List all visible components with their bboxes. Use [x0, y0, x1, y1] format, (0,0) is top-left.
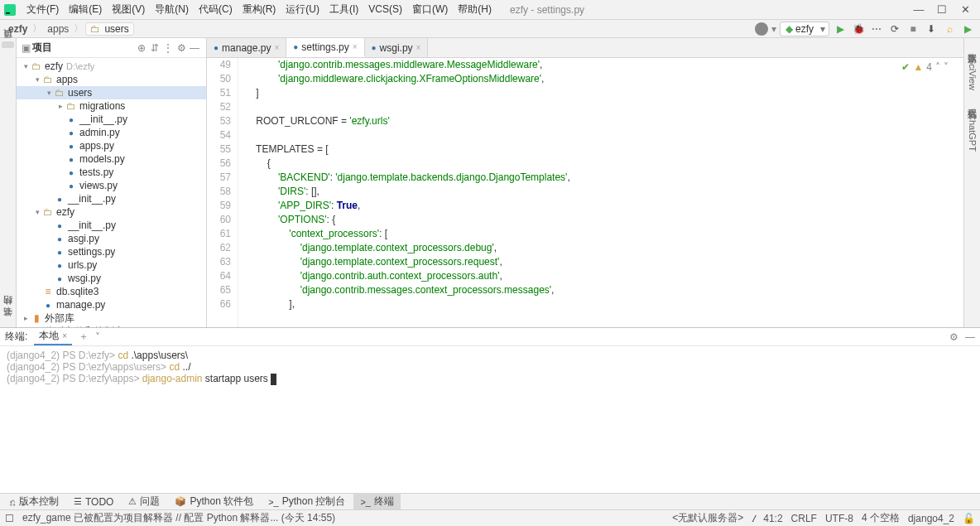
tree-row[interactable]: ▾ 🗀ezfy D:\ezfy: [17, 60, 206, 73]
status-interpreter[interactable]: django4_2: [908, 513, 954, 524]
lock-icon[interactable]: 🔓: [963, 513, 975, 524]
tree-row[interactable]: ●__init__.py: [17, 219, 206, 232]
run-config-select[interactable]: ◆ ezfy: [780, 22, 829, 36]
menu-item[interactable]: 帮助(H): [453, 3, 497, 15]
tree-row[interactable]: ▸ ▮外部库: [17, 311, 206, 325]
notifications-tool-tab[interactable]: 通知: [966, 321, 978, 327]
bottom-tab[interactable]: 📦Python 软件包: [168, 493, 260, 510]
menu-item[interactable]: 运行(U): [281, 3, 324, 15]
terminal-hide-icon[interactable]: —: [965, 331, 975, 343]
git-update-button[interactable]: ⬇: [924, 23, 939, 35]
breadcrumb-part-0[interactable]: apps: [44, 23, 72, 35]
remote-host-tool-tab[interactable]: 远程主机: [966, 99, 978, 105]
tree-row[interactable]: ●apps.py: [17, 139, 206, 152]
tree-arrow-icon[interactable]: ▾: [33, 75, 41, 84]
tree-row[interactable]: ▾ 🗀ezfy: [17, 205, 206, 219]
guest-icon[interactable]: [755, 22, 768, 36]
terminal-dropdown-icon[interactable]: ˅: [95, 331, 100, 343]
collapse-all-icon[interactable]: ⋮: [161, 42, 175, 54]
tree-row[interactable]: ●settings.py: [17, 245, 206, 258]
menu-item[interactable]: 编辑(E): [64, 3, 107, 15]
tree-row[interactable]: ▾ 🗀users: [17, 86, 206, 99]
sciview-tool-tab[interactable]: SciView: [968, 55, 978, 94]
code-content[interactable]: 'django.contrib.messages.middleware.Mess…: [238, 58, 963, 327]
tree-row[interactable]: ●admin.py: [17, 126, 206, 139]
maximize-button[interactable]: ☐: [930, 3, 954, 16]
structure-tool-tab[interactable]: 结构: [2, 309, 14, 316]
settings-icon[interactable]: ⚙: [175, 42, 188, 54]
tree-row[interactable]: ≡db.sqlite3: [17, 285, 206, 298]
tree-row[interactable]: ●urls.py: [17, 258, 206, 272]
status-caret-pos[interactable]: 41:2: [763, 513, 782, 524]
project-tree[interactable]: ▾ 🗀ezfy D:\ezfy ▾ 🗀apps ▾ 🗀users ▸ 🗀migr…: [17, 58, 206, 327]
editor-tab[interactable]: ● wsgi.py ×: [365, 38, 429, 57]
tree-arrow-icon[interactable]: ▾: [33, 208, 41, 216]
status-line-sep[interactable]: CRLF: [791, 513, 817, 524]
close-button[interactable]: ✕: [954, 3, 977, 16]
expand-all-icon[interactable]: ⇵: [148, 42, 161, 54]
database-tool-tab[interactable]: 数据库: [966, 43, 978, 50]
tree-row[interactable]: ●__init__.py: [17, 192, 206, 205]
more-run-button[interactable]: ⋯: [869, 23, 884, 35]
bottom-tab[interactable]: ⚠问题: [122, 493, 166, 510]
inspection-badge[interactable]: ✔ ▲ 4 ˄ ˅: [901, 61, 949, 73]
bottom-tab[interactable]: ⎌版本控制: [3, 493, 65, 510]
tree-row[interactable]: ▾ 🗀apps: [17, 73, 206, 86]
stop-button[interactable]: ■: [906, 23, 920, 35]
status-encoding[interactable]: UTF-8: [825, 513, 853, 524]
menu-item[interactable]: VCS(S): [363, 3, 407, 15]
project-tool-tab[interactable]: 项目: [2, 41, 14, 48]
menu-item[interactable]: 代码(C): [194, 3, 238, 15]
tree-row[interactable]: ●asgi.py: [17, 232, 206, 245]
code-with-me-button[interactable]: ▶: [960, 23, 975, 35]
close-icon[interactable]: ×: [62, 331, 67, 340]
tree-row[interactable]: ●wsgi.py: [17, 272, 206, 285]
menu-item[interactable]: 重构(R): [238, 3, 281, 15]
terminal-body[interactable]: (django4_2) PS D:\ezfy> cd .\apps\users\…: [0, 346, 980, 493]
terminal-tab-local[interactable]: 本地 ×: [34, 328, 72, 345]
editor-tab[interactable]: ● settings.py ×: [286, 38, 364, 57]
bottom-tab[interactable]: >_终端: [353, 493, 401, 510]
bookmark-tool-tab[interactable]: 书签: [2, 321, 14, 327]
debug-button[interactable]: 🐞: [851, 23, 866, 35]
search-everywhere-button[interactable]: ⌕: [942, 23, 957, 35]
run-button[interactable]: ▶: [833, 23, 848, 35]
hide-icon[interactable]: —: [188, 42, 201, 54]
tree-arrow-icon[interactable]: ▸: [22, 314, 30, 322]
coverage-button[interactable]: ⟳: [887, 23, 902, 35]
tool-window-toggle-icon[interactable]: ☐: [5, 513, 14, 524]
code-editor[interactable]: 495051525354555657585960616263646566 'dj…: [207, 58, 963, 327]
status-server[interactable]: <无默认服务器>: [672, 511, 743, 525]
status-read-only-icon[interactable]: 𝐼: [752, 513, 755, 524]
tree-row[interactable]: ●views.py: [17, 179, 206, 192]
menu-item[interactable]: 视图(V): [107, 3, 150, 15]
chatgpt-tool-tab[interactable]: ChatGPT: [968, 110, 978, 155]
menu-item[interactable]: 文件(F): [22, 3, 64, 15]
tree-arrow-icon[interactable]: ▾: [45, 89, 53, 97]
chevron-up-icon[interactable]: ˄: [935, 61, 940, 73]
tree-row[interactable]: ●models.py: [17, 152, 206, 166]
tree-row[interactable]: ●__init__.py: [17, 113, 206, 126]
menu-item[interactable]: 工具(I): [324, 3, 363, 15]
bottom-tab[interactable]: ☰TODO: [67, 495, 120, 509]
tree-arrow-icon[interactable]: ▾: [22, 62, 30, 70]
terminal-settings-icon[interactable]: ⚙: [949, 331, 958, 343]
tree-row[interactable]: ●tests.py: [17, 166, 206, 179]
chevron-down-icon[interactable]: ˅: [944, 61, 949, 73]
minimize-button[interactable]: —: [907, 3, 930, 16]
breadcrumb-part-1[interactable]: 🗀users: [85, 22, 133, 36]
new-terminal-button[interactable]: ＋: [79, 330, 89, 344]
status-message[interactable]: ezfy_game 已被配置为项目解释器 // 配置 Python 解释器...…: [22, 511, 335, 525]
menu-item[interactable]: 窗口(W): [407, 3, 453, 15]
editor-tab[interactable]: ● manage.py ×: [207, 38, 286, 57]
status-indent[interactable]: 4 个空格: [862, 511, 900, 525]
select-opened-file-icon[interactable]: ⊕: [135, 42, 148, 54]
tree-row[interactable]: ●manage.py: [17, 298, 206, 311]
breadcrumb-root[interactable]: ezfy: [5, 23, 31, 35]
close-icon[interactable]: ×: [416, 43, 421, 52]
menu-item[interactable]: 导航(N): [150, 3, 194, 15]
bottom-tab[interactable]: >_Python 控制台: [262, 493, 352, 510]
close-icon[interactable]: ×: [353, 42, 358, 51]
tree-row[interactable]: ▸ 🗀migrations: [17, 99, 206, 113]
close-icon[interactable]: ×: [274, 43, 279, 52]
